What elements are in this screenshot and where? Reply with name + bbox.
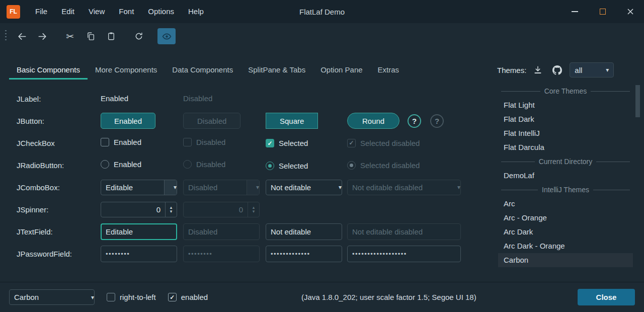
radio-enabled[interactable]: Enabled xyxy=(101,160,141,169)
spinner-down-icon[interactable]: ▾ xyxy=(170,209,173,213)
theme-item-flat-light[interactable]: Flat Light xyxy=(498,98,633,112)
combobox-not-editable[interactable]: Not editable ▾ xyxy=(266,180,342,195)
jcheckbox-row: JCheckBox Enabled Disabled ✓ Selected ✓ … xyxy=(17,132,478,154)
combobox-value: Not editable disabled xyxy=(352,183,423,192)
tab-data-components[interactable]: Data Components xyxy=(165,61,240,80)
refresh-button[interactable] xyxy=(130,28,148,44)
theme-item-flat-darcula[interactable]: Flat Darcula xyxy=(498,140,633,154)
theme-item-carbon[interactable]: Carbon xyxy=(498,253,633,267)
menu-help[interactable]: Help xyxy=(181,0,211,23)
passwordfield-enabled[interactable]: •••••••• xyxy=(101,246,177,262)
textfield-not-editable-disabled: Not editable disabled xyxy=(347,223,461,240)
menu-font[interactable]: Font xyxy=(112,0,141,23)
chevron-down-icon: ▾ xyxy=(339,184,342,190)
radio-selected[interactable]: Selected xyxy=(266,162,308,170)
textfield-editable[interactable]: Editable xyxy=(101,223,177,240)
checkbox-icon xyxy=(183,138,192,146)
titlebar: FL File Edit View Font Options Help Flat… xyxy=(0,0,644,23)
close-button[interactable]: Close xyxy=(578,289,635,305)
back-button[interactable] xyxy=(13,28,31,44)
passwordfield-not-editable-disabled: •••••••••••••••••• xyxy=(347,246,461,262)
menu-file[interactable]: File xyxy=(28,0,54,23)
theme-item-arc-orange[interactable]: Arc - Orange xyxy=(498,211,633,225)
maximize-icon xyxy=(600,9,606,15)
forward-button[interactable] xyxy=(33,28,51,44)
theme-item-arc-dark[interactable]: Arc Dark xyxy=(498,225,633,239)
checkbox-enabled[interactable]: Enabled xyxy=(101,138,141,146)
jlabel-enabled: Enabled xyxy=(101,94,128,103)
help-button[interactable]: ? xyxy=(408,114,421,128)
spinner-disabled: 0 ▴ ▾ xyxy=(183,202,260,217)
enabled-button[interactable]: Enabled xyxy=(101,113,155,129)
passwordfield-not-editable[interactable]: ••••••••••••• xyxy=(266,246,342,262)
download-icon xyxy=(533,65,542,74)
paste-icon xyxy=(107,32,116,41)
radio-selected-icon xyxy=(266,162,274,170)
separator-line xyxy=(501,162,535,162)
theme-item-flat-dark[interactable]: Flat Dark xyxy=(498,112,633,126)
cut-icon: ✂ xyxy=(66,32,74,41)
tab-extras[interactable]: Extras xyxy=(370,61,407,80)
theme-item-arc[interactable]: Arc xyxy=(498,197,633,211)
tab-splitpane-tabs[interactable]: SplitPane & Tabs xyxy=(240,61,313,80)
menu-options[interactable]: Options xyxy=(141,0,181,23)
combobox-disabled: Disabled ▾ xyxy=(183,180,260,195)
spinner-arrows[interactable]: ▴ ▾ xyxy=(165,202,177,217)
checkbox-checked-icon: ✓ xyxy=(168,293,177,301)
minimize-button[interactable] xyxy=(561,0,589,23)
download-themes-button[interactable] xyxy=(530,62,545,77)
tab-more-components[interactable]: More Components xyxy=(88,61,165,80)
theme-filter-combobox[interactable]: all ▾ xyxy=(570,62,614,77)
radio-selected-icon xyxy=(347,161,356,170)
themes-scrollbar[interactable] xyxy=(635,84,640,268)
toolbar-grip[interactable] xyxy=(5,30,7,42)
checkbox-selected[interactable]: ✓ Selected xyxy=(266,139,308,147)
theme-group-separator: Current Directory xyxy=(498,154,633,169)
textfield-disabled: Disabled xyxy=(183,223,260,240)
maximize-button[interactable] xyxy=(589,0,616,23)
close-window-button[interactable] xyxy=(616,0,644,23)
separator-line xyxy=(591,91,630,92)
combobox-not-editable-disabled: Not editable disabled ▾ xyxy=(347,180,461,195)
theme-item-demolaf[interactable]: DemoLaf xyxy=(498,169,633,183)
combobox-arrow-button[interactable]: ▾ xyxy=(164,180,177,195)
round-button[interactable]: Round xyxy=(347,113,399,129)
separator-line xyxy=(501,190,538,190)
jbutton-label: JButton: xyxy=(17,117,101,125)
radio-icon xyxy=(183,160,192,169)
combobox-arrow-button: ▾ xyxy=(247,180,259,195)
theme-item-flat-intellij[interactable]: Flat IntelliJ xyxy=(498,126,633,140)
separator-label: IntelliJ Themes xyxy=(538,186,593,194)
jradiobutton-label: JRadioButton: xyxy=(17,161,101,170)
tab-basic-components[interactable]: Basic Components xyxy=(9,61,88,80)
theme-combobox[interactable]: Carbon ▾ xyxy=(9,289,95,305)
separator-label: Current Directory xyxy=(535,158,597,166)
textfield-not-editable[interactable]: Not editable xyxy=(266,223,342,240)
spinner-value: 0 xyxy=(184,202,248,217)
menu-view[interactable]: View xyxy=(82,0,112,23)
chevron-down-icon: ▾ xyxy=(256,184,259,190)
checkbox-checked-icon: ✓ xyxy=(347,139,356,147)
spinner-value[interactable]: 0 xyxy=(101,202,165,217)
status-text: (Java 1.8.0_202; user scale factor 1.5; … xyxy=(301,293,476,301)
enabled-checkbox[interactable]: ✓ enabled xyxy=(168,293,208,301)
combobox-editable[interactable]: Editable ▾ xyxy=(101,180,177,195)
tab-option-pane[interactable]: Option Pane xyxy=(313,61,370,80)
jtextfield-row: JTextField: Editable Disabled Not editab… xyxy=(17,220,478,243)
cut-button[interactable]: ✂ xyxy=(61,28,79,44)
scrollbar-thumb[interactable] xyxy=(635,85,640,117)
square-button[interactable]: Square xyxy=(266,113,318,129)
right-to-left-checkbox[interactable]: right-to-left xyxy=(107,293,156,301)
flatlaf-demo-window: FL File Edit View Font Options Help Flat… xyxy=(0,0,644,312)
jcombobox-label: JComboBox: xyxy=(17,183,101,192)
menu-edit[interactable]: Edit xyxy=(54,0,82,23)
theme-item-arc-dark-orange[interactable]: Arc Dark - Orange xyxy=(498,239,633,253)
paste-button[interactable] xyxy=(102,28,120,44)
spinner-enabled[interactable]: 0 ▴ ▾ xyxy=(101,202,177,217)
copy-button[interactable] xyxy=(82,28,100,44)
github-button[interactable] xyxy=(549,62,565,77)
jtextfield-label: JTextField: xyxy=(17,227,101,236)
tabbar: Basic Components More Components Data Co… xyxy=(9,61,407,80)
radio-dot xyxy=(350,164,353,167)
show-hidden-toggle[interactable] xyxy=(157,28,176,44)
